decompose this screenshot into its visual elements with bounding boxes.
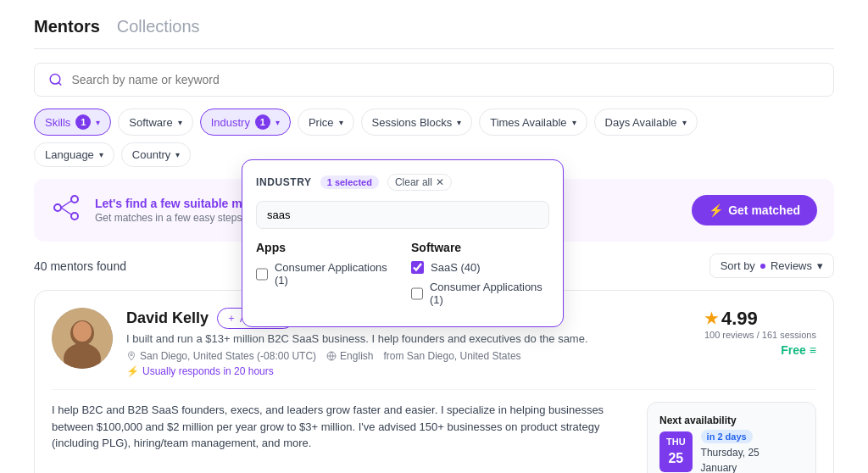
rating-score: ★ 4.99 bbox=[704, 308, 816, 330]
software-saas-item[interactable]: SaaS (40) bbox=[411, 261, 549, 274]
sort-label: Sort by bbox=[721, 259, 755, 272]
software-consumer-item[interactable]: Consumer Applications (1) bbox=[411, 281, 549, 306]
skills-count-badge: 1 bbox=[75, 114, 91, 130]
in-days-badge: in 2 days bbox=[701, 430, 753, 443]
dropdown-search-input[interactable] bbox=[256, 201, 549, 229]
search-icon bbox=[48, 72, 63, 87]
software-consumer-checkbox[interactable] bbox=[411, 287, 423, 300]
filter-sessions-blocks[interactable]: Sessions Blocks ▾ bbox=[361, 109, 473, 136]
search-input[interactable] bbox=[71, 73, 820, 86]
search-bar bbox=[34, 63, 834, 97]
skills-chevron-icon: ▾ bbox=[96, 118, 100, 127]
avatar-image bbox=[52, 308, 113, 369]
free-badge: Free ≡ bbox=[704, 343, 816, 357]
plus-icon: ＋ bbox=[226, 311, 236, 326]
industry-count-badge: 1 bbox=[255, 114, 270, 130]
clear-x-icon: ✕ bbox=[436, 176, 444, 188]
filter-language[interactable]: Language ▾ bbox=[34, 142, 114, 167]
network-icon bbox=[51, 192, 81, 228]
filter-software[interactable]: Software ▾ bbox=[118, 109, 192, 136]
selected-badge: 1 selected bbox=[320, 175, 379, 189]
apps-consumer-checkbox[interactable] bbox=[256, 268, 268, 281]
day-label: THU bbox=[666, 435, 686, 449]
rating-section: ★ 4.99 100 reviews / 161 sessions Free ≡ bbox=[704, 308, 816, 357]
dropdown-header: INDUSTRY 1 selected Clear all ✕ bbox=[256, 174, 549, 191]
bolt-icon: ⚡ bbox=[126, 365, 139, 377]
svg-line-5 bbox=[61, 201, 71, 208]
software-saas-checkbox[interactable] bbox=[411, 261, 424, 274]
response-badge: ⚡ Usually responds in 20 hours bbox=[126, 365, 691, 377]
software-chevron-icon: ▾ bbox=[178, 118, 182, 127]
next-availability: Next availability THU 25 in 2 days Thurs… bbox=[647, 402, 816, 473]
filter-price[interactable]: Price ▾ bbox=[298, 109, 354, 136]
avail-date-section: in 2 days Thursday, 25 January bbox=[701, 428, 760, 473]
tab-mentors[interactable]: Mentors bbox=[34, 17, 100, 36]
mentor-bio: I built and run a $13+ million B2C SaaS … bbox=[126, 332, 691, 345]
rating-sub: 100 reviews / 161 sessions bbox=[704, 330, 816, 340]
times-chevron-icon: ▾ bbox=[572, 118, 576, 127]
sort-dot bbox=[760, 264, 765, 269]
filter-industry[interactable]: Industry 1 ▾ bbox=[200, 109, 291, 136]
day-number: 25 bbox=[666, 448, 686, 469]
sessions-chevron-icon: ▾ bbox=[457, 118, 461, 127]
country-chevron-icon: ▾ bbox=[175, 150, 180, 159]
avail-date: Thursday, 25 bbox=[701, 445, 760, 460]
star-icon: ★ bbox=[704, 309, 718, 328]
filter-country[interactable]: Country ▾ bbox=[121, 142, 192, 167]
svg-point-0 bbox=[50, 74, 60, 84]
industry-dropdown: INDUSTRY 1 selected Clear all ✕ Apps Con… bbox=[242, 159, 564, 327]
day-block: THU 25 bbox=[659, 431, 693, 473]
sort-button[interactable]: Sort by Reviews ▾ bbox=[709, 253, 834, 278]
svg-point-11 bbox=[131, 353, 133, 356]
apps-consumer-item[interactable]: Consumer Applications (1) bbox=[256, 261, 394, 287]
avail-month: January bbox=[701, 460, 760, 474]
location-icon bbox=[126, 351, 136, 361]
avail-title: Next availability bbox=[659, 413, 804, 428]
lightning-icon: ⚡ bbox=[709, 203, 723, 217]
filter-days-available[interactable]: Days Available ▾ bbox=[594, 109, 698, 136]
menu-icon: ≡ bbox=[810, 343, 816, 357]
software-column: Software SaaS (40) Consumer Applications… bbox=[411, 241, 549, 313]
mentor-location: San Diego, United States (-08:00 UTC) bbox=[126, 350, 316, 362]
svg-point-2 bbox=[54, 204, 61, 211]
mentor-language: English bbox=[326, 350, 373, 362]
card-description: I help B2C and B2B SaaS founders, execs,… bbox=[52, 402, 633, 473]
svg-point-10 bbox=[73, 321, 92, 342]
svg-point-4 bbox=[71, 213, 78, 220]
mentor-meta: San Diego, United States (-08:00 UTC) En… bbox=[126, 350, 691, 362]
avatar bbox=[52, 308, 113, 369]
filter-bar-row1: Skills 1 ▾ Software ▾ Industry 1 ▾ Price… bbox=[0, 97, 868, 136]
sort-chevron-icon: ▾ bbox=[817, 259, 823, 272]
industry-chevron-icon: ▾ bbox=[275, 118, 280, 127]
apps-column: Apps Consumer Applications (1) bbox=[256, 241, 394, 313]
dropdown-title: INDUSTRY bbox=[256, 176, 312, 188]
svg-line-6 bbox=[61, 208, 71, 214]
software-col-title: Software bbox=[411, 241, 549, 254]
sort-value: Reviews bbox=[771, 259, 812, 272]
filter-skills[interactable]: Skills 1 ▾ bbox=[34, 109, 111, 136]
apps-col-title: Apps bbox=[256, 241, 394, 254]
price-chevron-icon: ▾ bbox=[339, 118, 343, 127]
svg-line-1 bbox=[58, 82, 61, 85]
svg-point-3 bbox=[71, 196, 78, 203]
filter-times-available[interactable]: Times Available ▾ bbox=[479, 109, 587, 136]
language-chevron-icon: ▾ bbox=[99, 150, 103, 159]
card-body: I help B2C and B2B SaaS founders, execs,… bbox=[52, 389, 816, 473]
dropdown-columns: Apps Consumer Applications (1) Software … bbox=[256, 241, 549, 313]
language-icon bbox=[326, 351, 337, 361]
mentor-name: David Kelly bbox=[126, 309, 209, 327]
get-matched-button[interactable]: ⚡ Get matched bbox=[692, 195, 817, 225]
results-count: 40 mentors found bbox=[34, 259, 126, 273]
avail-header: THU 25 in 2 days Thursday, 25 January bbox=[659, 428, 804, 473]
clear-all-button[interactable]: Clear all ✕ bbox=[387, 174, 452, 191]
days-chevron-icon: ▾ bbox=[682, 118, 687, 127]
tab-collections[interactable]: Collections bbox=[117, 17, 200, 36]
